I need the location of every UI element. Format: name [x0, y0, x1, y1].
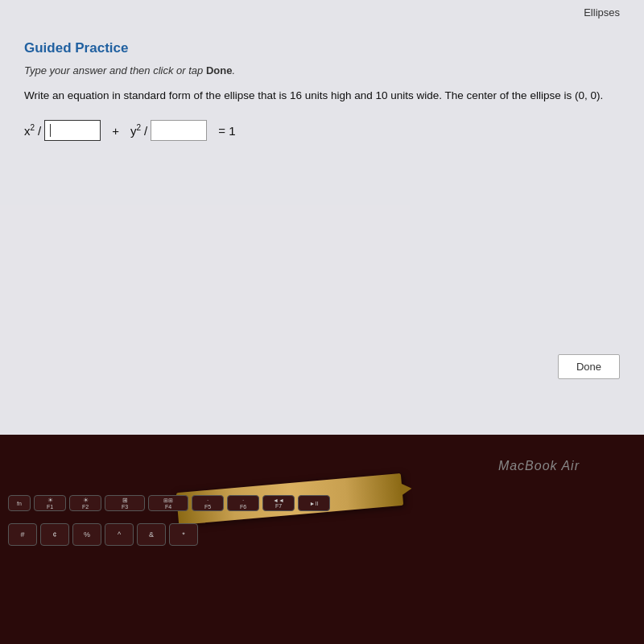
eq-plus: + — [112, 124, 119, 138]
key-f8[interactable]: ►II — [298, 495, 330, 511]
fraction-input-1[interactable] — [44, 120, 101, 141]
key-f7[interactable]: ◄◄ F7 — [262, 495, 295, 511]
key-ampersand[interactable]: & — [137, 523, 166, 546]
eq-slash1: / — [38, 124, 41, 138]
symbol-key-row: # ¢ % ^ & * — [8, 523, 198, 546]
key-f1[interactable]: ☀ F1 — [34, 495, 66, 511]
section-title: Guided Practice — [24, 40, 620, 56]
key-fn[interactable]: fn — [8, 495, 31, 511]
function-key-row: fn ☀ F1 ☀ F2 ⊞ F3 ⊞⊞ F4 · F5 · F6 ◄◄ F7 — [8, 495, 330, 511]
macbook-label: MacBook Air — [498, 459, 580, 473]
key-f2[interactable]: ☀ F2 — [69, 495, 101, 511]
content-panel: Ellipses Guided Practice Type your answe… — [0, 0, 644, 435]
key-percent[interactable]: % — [72, 523, 101, 546]
keyboard-area: MacBook Air fn ☀ F1 ☀ F2 ⊞ F3 ⊞⊞ F4 · F5… — [0, 435, 644, 644]
key-asterisk[interactable]: * — [169, 523, 198, 546]
topic-label: Ellipses — [584, 6, 620, 19]
question-text: Write an equation in standard form of th… — [24, 88, 620, 104]
equation-row: x2 / + y2 / = 1 — [24, 120, 620, 141]
eq-equals: = 1 — [218, 124, 235, 138]
done-button[interactable]: Done — [558, 354, 620, 379]
key-f4[interactable]: ⊞⊞ F4 — [148, 495, 188, 511]
instruction-period: . — [232, 64, 235, 76]
instruction-bold: Done — [206, 64, 233, 76]
eq-x: x2 — [24, 123, 35, 138]
key-hash[interactable]: # — [8, 523, 37, 546]
key-f5[interactable]: · F5 — [192, 495, 224, 511]
eq-y: y2 — [130, 123, 141, 138]
cursor — [50, 124, 51, 137]
key-f3[interactable]: ⊞ F3 — [105, 495, 145, 511]
key-cent[interactable]: ¢ — [40, 523, 69, 546]
eq-x-sup: 2 — [31, 123, 35, 132]
eq-slash2: / — [144, 124, 147, 138]
key-f6[interactable]: · F6 — [227, 495, 259, 511]
fraction-input-2[interactable] — [151, 120, 207, 141]
eq-y-sup: 2 — [137, 123, 142, 132]
key-caret[interactable]: ^ — [105, 523, 134, 546]
instruction-prefix: Type your answer and then click or tap — [24, 64, 203, 76]
instruction-text: Type your answer and then click or tap D… — [24, 64, 620, 76]
